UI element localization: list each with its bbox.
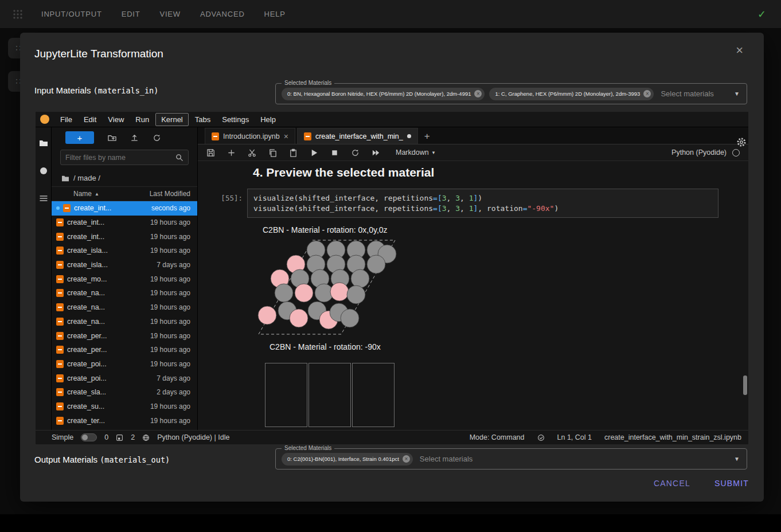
tab-close-icon[interactable]: × (284, 132, 288, 141)
cut-icon[interactable] (248, 148, 256, 157)
jupyter-menu-file[interactable]: File (55, 114, 77, 126)
dialog-title: JupyterLite Transformation (34, 48, 163, 60)
file-browser-icon[interactable] (39, 139, 48, 148)
trusted-icon[interactable] (537, 434, 545, 441)
chip-remove-icon[interactable]: × (643, 90, 651, 97)
refresh-icon[interactable] (153, 134, 161, 142)
jupyter-menu-tabs[interactable]: Tabs (190, 114, 216, 126)
file-row[interactable]: create_poi...19 hours ago (52, 357, 197, 371)
cell-execution-prompt: [55]: (202, 189, 247, 218)
paste-icon[interactable] (289, 148, 298, 157)
new-tab-button[interactable]: + (420, 129, 435, 144)
material-chip-label: 1: C, Graphene, HEX (P6/mmm) 2D (Monolay… (495, 91, 640, 97)
globe-icon[interactable] (142, 434, 150, 441)
code-cell[interactable]: [55]: visualize(shifted_interface, repet… (202, 189, 718, 218)
jupyter-menu-kernel[interactable]: Kernel (155, 113, 189, 126)
material-chip[interactable]: 1: C, Graphene, HEX (P6/mmm) 2D (Monolay… (489, 88, 654, 100)
jupyter-menu-run[interactable]: Run (130, 114, 154, 126)
app-menu-input-output[interactable]: INPUT/OUTPUT (41, 10, 102, 18)
material-chip-label: 0: BN, Hexagonal Boron Nitride, HEX (P6/… (287, 91, 471, 97)
file-row[interactable]: create_su...19 hours ago (52, 400, 197, 414)
file-row[interactable]: create_int...19 hours ago (52, 216, 197, 230)
app-launcher-icon[interactable] (13, 9, 23, 19)
file-row[interactable]: create_int...19 hours ago (52, 229, 197, 244)
file-row[interactable]: create_na...19 hours ago (52, 315, 197, 329)
notebook-file-icon (56, 402, 64, 410)
atom-carbon (341, 309, 359, 327)
notebook-content[interactable]: 4. Preview the selected material [55]: v… (198, 161, 748, 430)
new-folder-icon[interactable] (108, 134, 116, 142)
save-icon[interactable] (206, 148, 215, 157)
file-row[interactable]: create_isla...19 hours ago (52, 244, 197, 258)
material-structure-plot (255, 238, 400, 338)
file-browser-toolbar: + (52, 127, 197, 148)
background-strip (0, 514, 781, 532)
dropdown-arrow-icon[interactable]: ▼ (734, 456, 740, 462)
upload-icon[interactable] (130, 134, 139, 142)
tab-active[interactable]: create_interface_with_min_ (297, 128, 418, 144)
breadcrumb[interactable]: / made / (52, 170, 197, 187)
jupyter-menu-view[interactable]: View (103, 114, 129, 126)
input-field-legend: Selected Materials (282, 80, 334, 86)
sort-by-name[interactable]: Name ▲ (73, 190, 150, 198)
running-sessions-icon[interactable] (39, 166, 48, 175)
file-row[interactable]: create_na...19 hours ago (52, 300, 197, 315)
simple-mode-toggle[interactable] (81, 433, 97, 441)
file-row[interactable]: create_per...19 hours ago (52, 328, 197, 343)
notebook-scrollbar[interactable] (743, 375, 747, 395)
file-row[interactable]: create_mo...19 hours ago (52, 272, 197, 286)
file-row[interactable]: create_poi...7 days ago (52, 371, 197, 385)
tab-inactive[interactable]: Introduction.ipynb× (205, 128, 295, 144)
kernel-status-text[interactable]: Python (Pyodide) | Idle (157, 433, 229, 441)
unit-cell-outline (309, 363, 351, 427)
file-row[interactable]: create_int...seconds ago (52, 201, 197, 216)
new-launcher-button[interactable]: + (65, 131, 94, 144)
material-chip[interactable]: 0: BN, Hexagonal Boron Nitride, HEX (P6/… (282, 88, 485, 100)
table-of-contents-icon[interactable] (39, 194, 48, 203)
app-menu-edit[interactable]: EDIT (122, 10, 140, 18)
material-chip[interactable]: 0: C2(001)-BN(001), Interface, Strain 0.… (282, 453, 413, 466)
stop-icon[interactable] (330, 148, 339, 157)
restart-run-all-icon[interactable] (372, 148, 380, 157)
code-line: visualize(shifted_interface, repetitions… (253, 193, 712, 204)
atom-boron-nitride (330, 283, 349, 301)
copy-icon[interactable] (268, 148, 277, 157)
file-modified: 19 hours ago (150, 289, 190, 297)
jupyterlite-dialog: JupyterLite Transformation × Input Mater… (20, 33, 764, 502)
dialog-actions: CANCEL SUBMIT (654, 479, 749, 488)
add-cell-icon[interactable] (227, 148, 236, 157)
cell-type-select[interactable]: Markdown ▾ (396, 148, 435, 157)
kernel-name[interactable]: Python (Pyodide) (671, 148, 727, 157)
chip-remove-icon[interactable]: × (474, 90, 482, 97)
input-materials-select[interactable]: Selected Materials 0: BN, Hexagonal Boro… (275, 83, 747, 104)
dropdown-arrow-icon[interactable]: ▼ (734, 91, 740, 97)
submit-button[interactable]: SUBMIT (714, 479, 749, 488)
file-modified: 19 hours ago (150, 275, 190, 283)
input-materials-var: (materials_in) (93, 86, 159, 95)
chip-remove-icon[interactable]: × (403, 455, 410, 463)
jupyter-menu-help[interactable]: Help (255, 114, 281, 126)
file-row[interactable]: create_na...19 hours ago (52, 286, 197, 300)
app-menu-help[interactable]: HELP (264, 10, 286, 18)
settings-gear-icon[interactable] (736, 137, 747, 147)
file-row[interactable]: create_ter...19 hours ago (52, 413, 197, 428)
file-filter-input[interactable] (65, 154, 175, 162)
file-name: create_isla... (67, 247, 147, 255)
file-row[interactable]: create_per...19 hours ago (52, 343, 197, 357)
jupyter-menu-edit[interactable]: Edit (79, 114, 101, 126)
run-icon[interactable] (310, 148, 318, 157)
cancel-button[interactable]: CANCEL (654, 479, 690, 488)
file-name: create_su... (67, 402, 147, 410)
file-modified: 19 hours ago (150, 417, 190, 425)
jupyter-menu-settings[interactable]: Settings (217, 114, 254, 126)
file-row[interactable]: create_sla...2 days ago (52, 385, 197, 400)
output-materials-select[interactable]: Selected Materials 0: C2(001)-BN(001), I… (275, 448, 747, 470)
jupyter-frame: FileEditViewRunKernelTabsSettingsHelp + (36, 112, 748, 444)
dialog-close-button[interactable]: × (736, 44, 743, 57)
restart-kernel-icon[interactable] (351, 148, 360, 157)
code-editor[interactable]: visualize(shifted_interface, repetitions… (247, 189, 718, 218)
app-menu-view[interactable]: VIEW (159, 10, 180, 18)
file-row[interactable]: create_isla...7 days ago (52, 258, 197, 272)
app-menu-advanced[interactable]: ADVANCED (200, 10, 245, 18)
kernel-sessions-icon[interactable] (116, 434, 123, 441)
